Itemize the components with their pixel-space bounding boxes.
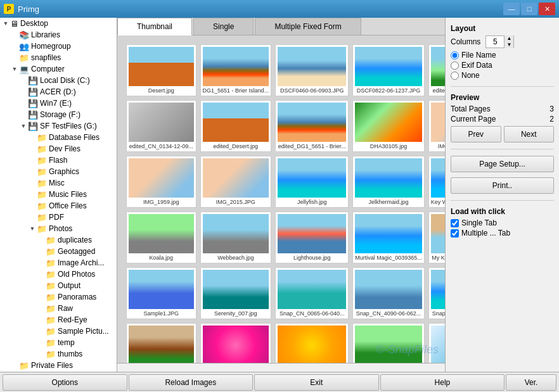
tree-item-musicfiles[interactable]: 📁Music Files xyxy=(0,189,117,200)
thumbnail-item[interactable]: Snap_CN_5102.JPG xyxy=(428,323,445,363)
tree-item-pdf[interactable]: 📁PDF xyxy=(0,212,117,223)
tree-item-panoramas[interactable]: 📁Panoramas xyxy=(0,291,117,303)
prev-button[interactable]: Prev xyxy=(451,126,501,142)
tab-thumbnail[interactable]: Thumbnail xyxy=(117,18,192,35)
tree-expander[interactable] xyxy=(37,327,46,336)
tree-expander[interactable] xyxy=(19,99,28,108)
tree-expander[interactable] xyxy=(19,110,28,119)
tree-expander[interactable] xyxy=(37,304,46,313)
exit-button[interactable]: Exit xyxy=(254,374,379,391)
tree-item-computer[interactable]: ▼💻Computer xyxy=(0,63,117,75)
print-button[interactable]: Print.. xyxy=(451,177,554,194)
tree-expander[interactable] xyxy=(10,30,19,39)
tree-expander[interactable] xyxy=(37,236,46,244)
tree-expander[interactable] xyxy=(28,179,37,187)
reload-button[interactable]: Reload Images xyxy=(129,374,254,391)
thumbnail-item[interactable]: Sample1.JPG xyxy=(126,267,196,319)
thumbnail-item[interactable]: IMG_193_2020-1.jpg xyxy=(428,100,445,152)
tree-item-homegroup[interactable]: 👥Homegroup xyxy=(0,41,117,52)
tree-expander[interactable] xyxy=(37,281,46,290)
tree-expander[interactable] xyxy=(28,213,37,222)
tree-expander[interactable]: ▼ xyxy=(19,122,28,130)
columns-up-button[interactable]: ▲ xyxy=(504,35,513,42)
tree-item-sftestg[interactable]: ▼💾SF TestFiles (G:) xyxy=(0,120,117,132)
help-button[interactable]: Help xyxy=(380,374,505,391)
tree-expander[interactable] xyxy=(37,338,46,347)
tree-expander[interactable] xyxy=(10,42,19,51)
columns-input[interactable] xyxy=(486,37,504,46)
thumbnail-item[interactable]: Snap_DG-200-fmg_4291... xyxy=(275,323,349,363)
tree-expander[interactable] xyxy=(28,133,37,142)
radio-exif[interactable]: Exif Data xyxy=(451,61,554,70)
maximize-button[interactable]: □ xyxy=(521,3,537,15)
tree-item-geotagged[interactable]: 📁Geotagged xyxy=(0,246,117,257)
tree-item-output[interactable]: 📁Output xyxy=(0,280,117,291)
columns-spinner[interactable]: ▲ ▼ xyxy=(485,35,514,48)
tab-multiple[interactable]: Multiple Fixed Form xyxy=(255,18,361,35)
tab-single[interactable]: Single xyxy=(193,18,254,35)
tree-item-redeye[interactable]: 📁Red-Eye xyxy=(0,314,117,326)
tree-expander[interactable] xyxy=(37,315,46,324)
tree-expander[interactable] xyxy=(10,361,19,370)
tree-item-oldphotos[interactable]: 📁Old Photos xyxy=(0,269,117,280)
tree-item-devfiles[interactable]: 📁Dev Files xyxy=(0,143,117,155)
tree-expander[interactable] xyxy=(28,144,37,153)
thumbnail-item[interactable]: DSCF0822-06-1237.JPG xyxy=(352,44,425,96)
checkbox-multiple-tab[interactable]: Multiple ... Tab xyxy=(451,229,554,237)
radio-none[interactable]: None xyxy=(451,71,554,80)
tree-item-privatefiles[interactable]: 📁Private Files xyxy=(0,360,117,371)
thumbnail-item[interactable]: Snap_D-170_7596.JPG xyxy=(200,323,272,363)
tree-item-desktop[interactable]: ▼🖥Desktop xyxy=(0,18,117,29)
thumbnail-item[interactable]: Snap_CN_6416-06-072... xyxy=(126,323,196,363)
tree-item-storagef[interactable]: 💾Storage (F:) xyxy=(0,109,117,120)
tree-expander[interactable] xyxy=(28,201,37,210)
tree-item-imagearch[interactable]: 📁Image Archi... xyxy=(0,257,117,269)
tree-item-photos[interactable]: ▼📁Photos xyxy=(0,223,117,234)
thumbnail-item[interactable]: Snap_CN_4124-06-062... xyxy=(428,267,445,319)
next-button[interactable]: Next xyxy=(504,126,555,142)
thumbnail-item[interactable]: Snap_CN_0065-06-040... xyxy=(275,267,349,319)
thumbnail-item[interactable]: edited_Desert.jpg xyxy=(200,100,272,152)
thumbnail-item[interactable]: edited_CN_5905-11-06... xyxy=(428,44,445,96)
tree-item-localc[interactable]: 💾Local Disk (C:) xyxy=(0,75,117,86)
thumbnail-item[interactable]: DSCF0460-06-0903.JPG xyxy=(275,44,349,96)
tree-item-database[interactable]: 📁Database Files xyxy=(0,132,117,143)
tree-expander[interactable]: ▼ xyxy=(1,19,10,28)
tree-item-misc[interactable]: 📁Misc xyxy=(0,177,117,189)
thumbnail-item[interactable]: DHA30105.jpg xyxy=(352,100,425,152)
thumbnail-item[interactable]: Lighthouse.jpg xyxy=(275,212,349,263)
columns-down-button[interactable]: ▼ xyxy=(504,42,513,48)
tree-item-samplepic[interactable]: 📁Sample Pictu... xyxy=(0,326,117,337)
radio-filename[interactable]: File Name xyxy=(451,51,554,60)
tree-item-snapfiles[interactable]: 📁snapfiles xyxy=(0,52,117,63)
tree-item-officefiles[interactable]: 📁Office Files xyxy=(0,200,117,212)
ver-button[interactable]: Ver. xyxy=(506,374,556,391)
thumbnail-item[interactable]: Desert.jpg xyxy=(126,44,196,96)
tree-expander[interactable] xyxy=(19,87,28,96)
thumbnail-item[interactable]: Serenity_007.jpg xyxy=(200,267,272,319)
tree-item-acerd[interactable]: 💾ACER (D:) xyxy=(0,86,117,98)
page-setup-button[interactable]: Page Setup... xyxy=(451,156,554,172)
thumbnail-item[interactable]: Key West Sunset_06442... xyxy=(428,156,445,208)
tree-expander[interactable]: ▼ xyxy=(28,224,37,233)
thumbnail-item[interactable]: DG1_5651 - Brier Island... xyxy=(200,44,272,96)
thumbnail-item[interactable]: Jellyfish.jpg xyxy=(275,156,349,208)
tree-expander[interactable] xyxy=(28,167,37,176)
minimize-button[interactable]: — xyxy=(503,3,520,15)
tree-item-flash[interactable]: 📁Flash xyxy=(0,155,117,166)
tree-expander[interactable] xyxy=(10,53,19,62)
thumbnail-item[interactable]: Webbeach.jpg xyxy=(200,212,272,263)
tree-item-graphics[interactable]: 📁Graphics xyxy=(0,166,117,177)
tree-expander[interactable] xyxy=(37,270,46,279)
tree-expander[interactable] xyxy=(37,293,46,301)
tree-item-duplicates[interactable]: 📁duplicates xyxy=(0,234,117,246)
horizontal-scrollbar[interactable] xyxy=(117,363,445,372)
thumbnail-item[interactable]: Murtival Magic_0039365... xyxy=(352,212,425,263)
options-button[interactable]: Options xyxy=(3,374,127,391)
tree-item-win7e[interactable]: 💾Win7 (E:) xyxy=(0,98,117,109)
thumbnail-item[interactable]: Jelkhermaid.jpg xyxy=(352,156,425,208)
tree-expander[interactable] xyxy=(37,258,46,267)
thumbnail-item[interactable]: Snap_CN_4090-06-062... xyxy=(352,267,425,319)
thumbnail-item[interactable]: IMG_2015.JPG xyxy=(200,156,272,208)
tree-expander[interactable] xyxy=(28,156,37,165)
